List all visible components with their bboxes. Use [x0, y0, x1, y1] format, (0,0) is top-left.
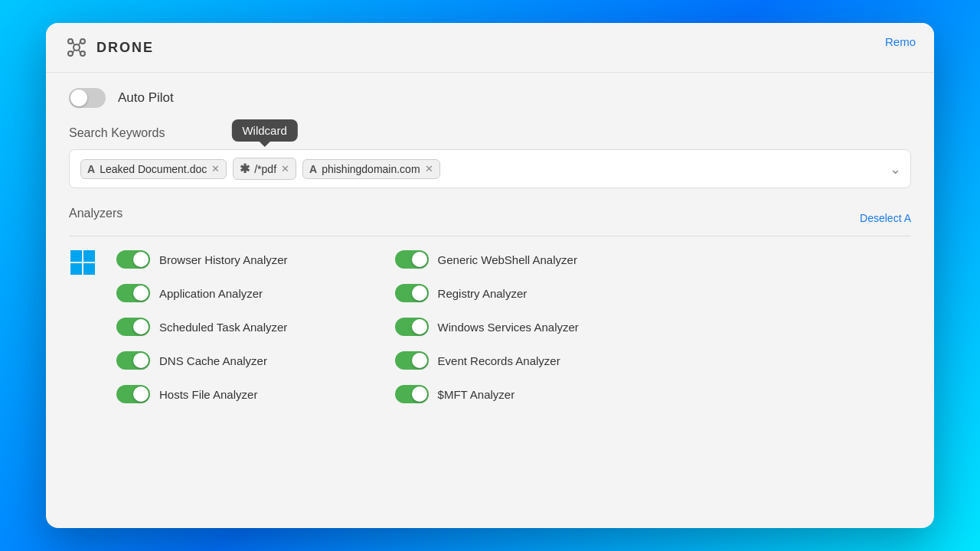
title-bar: DRONE Remo — [46, 23, 934, 73]
analyzers-section: Analyzers Deselect A — [69, 207, 911, 411]
analyzer-label-dns: DNS Cache Analyzer — [159, 354, 267, 367]
windows-icon — [69, 249, 96, 282]
autopilot-row: Auto Pilot — [69, 88, 911, 108]
tag-close-2[interactable]: ✕ — [281, 163, 289, 174]
analyzer-label-webshell: Generic WebShell Analyzer — [438, 253, 577, 266]
toggle-registry[interactable] — [395, 284, 429, 302]
svg-line-5 — [73, 41, 74, 45]
keyword-tag-2: ✱ /*pdf ✕ — [233, 158, 296, 180]
svg-point-1 — [80, 39, 85, 44]
keyword-tag-3: A phishingdomain.com ✕ — [302, 159, 440, 179]
toggle-winservices[interactable] — [395, 318, 429, 336]
keyword-tag-1: A Leaked Document.doc ✕ — [80, 159, 227, 179]
toggle-knob-winservices — [412, 319, 427, 334]
toggle-hosts[interactable] — [116, 385, 150, 403]
svg-rect-10 — [83, 250, 95, 262]
toggle-webshell[interactable] — [395, 250, 429, 269]
toggle-knob-browser — [133, 252, 149, 267]
svg-point-2 — [68, 51, 73, 56]
analyzers-label: Analyzers — [69, 207, 122, 220]
analyzer-row-winservices: Windows Services Analyzer — [395, 310, 579, 344]
svg-point-4 — [74, 44, 80, 51]
analyzer-label-registry: Registry Analyzer — [438, 287, 528, 300]
search-keywords-label: Search Keywords — [69, 126, 911, 140]
svg-point-3 — [80, 51, 85, 56]
autopilot-toggle-knob — [70, 90, 87, 106]
right-analyzers-list: Generic WebShell Analyzer Registry Analy… — [395, 243, 579, 411]
tag-close-1[interactable]: ✕ — [211, 163, 220, 174]
analyzer-label-scheduled: Scheduled Task Analyzer — [159, 321, 287, 334]
tag-text-icon-3: A — [309, 163, 317, 175]
toggle-scheduled[interactable] — [116, 318, 150, 336]
tooltip-container: Wildcard ✱ /*pdf ✕ — [233, 158, 296, 180]
analyzer-label-hosts: Hosts File Analyzer — [159, 388, 257, 401]
toggle-knob-dns — [133, 353, 149, 368]
tag-text-icon-1: A — [87, 163, 95, 175]
analyzers-header: Analyzers Deselect A — [69, 207, 911, 236]
toggle-eventrecords[interactable] — [395, 351, 429, 370]
analyzers-body: Browser History Analyzer Application Ana… — [69, 243, 911, 411]
toggle-application[interactable] — [116, 284, 150, 302]
autopilot-toggle[interactable] — [69, 88, 106, 108]
toggle-knob-eventrecords — [412, 353, 427, 368]
toggle-knob-registry — [412, 285, 427, 301]
svg-line-6 — [79, 41, 80, 45]
tag-value-1: Leaked Document.doc — [100, 163, 207, 175]
keywords-bar[interactable]: A Leaked Document.doc ✕ Wildcard ✱ /*pdf… — [69, 149, 911, 188]
left-panel: Browser History Analyzer Application Ana… — [69, 243, 288, 411]
analyzer-row-dns: DNS Cache Analyzer — [116, 344, 288, 377]
autopilot-label: Auto Pilot — [118, 90, 174, 106]
toggle-knob-scheduled — [133, 319, 149, 334]
tag-value-3: phishingdomain.com — [322, 163, 420, 175]
left-analyzers-list: Browser History Analyzer Application Ana… — [116, 243, 288, 411]
keywords-dropdown-icon[interactable]: ⌄ — [890, 161, 901, 178]
svg-line-7 — [73, 50, 74, 54]
deselect-button[interactable]: Deselect A — [860, 212, 911, 224]
tag-wildcard-icon-2: ✱ — [240, 161, 250, 176]
analyzer-label-application: Application Analyzer — [159, 287, 263, 300]
toggle-knob-mft — [412, 386, 427, 402]
analyzer-row-mft: $MFT Analyzer — [395, 377, 579, 411]
content-area: Auto Pilot Search Keywords A Leaked Docu… — [46, 73, 934, 426]
analyzer-label-browser: Browser History Analyzer — [159, 253, 288, 266]
remo-button[interactable]: Remo — [885, 35, 916, 48]
svg-rect-12 — [83, 263, 95, 275]
toggle-knob-hosts — [133, 386, 149, 402]
svg-line-8 — [79, 50, 80, 54]
tag-close-3[interactable]: ✕ — [425, 163, 433, 174]
platform-icon-col — [69, 243, 96, 289]
svg-rect-9 — [70, 250, 82, 262]
analyzer-row-eventrecords: Event Records Analyzer — [395, 344, 579, 377]
svg-point-0 — [68, 39, 73, 44]
toggle-knob-application — [133, 285, 149, 301]
analyzer-row-browser: Browser History Analyzer — [116, 243, 288, 276]
tag-value-2: /*pdf — [254, 163, 276, 175]
analyzer-row-application: Application Analyzer — [116, 276, 288, 310]
toggle-dns[interactable] — [116, 351, 150, 370]
analyzer-row-scheduled: Scheduled Task Analyzer — [116, 310, 288, 344]
analyzer-label-winservices: Windows Services Analyzer — [438, 321, 579, 334]
toggle-mft[interactable] — [395, 385, 429, 403]
analyzer-label-mft: $MFT Analyzer — [438, 388, 515, 401]
analyzer-row-hosts: Hosts File Analyzer — [116, 377, 288, 411]
drone-logo-icon — [64, 35, 89, 60]
main-window: DRONE Remo Auto Pilot Search Keywords A … — [46, 23, 934, 528]
toggle-browser[interactable] — [116, 250, 150, 269]
svg-rect-11 — [70, 263, 82, 275]
analyzer-row-webshell: Generic WebShell Analyzer — [395, 243, 579, 276]
analyzer-row-registry: Registry Analyzer — [395, 276, 579, 310]
analyzer-label-eventrecords: Event Records Analyzer — [438, 354, 560, 367]
app-title: DRONE — [96, 40, 154, 56]
toggle-knob-webshell — [412, 252, 427, 267]
